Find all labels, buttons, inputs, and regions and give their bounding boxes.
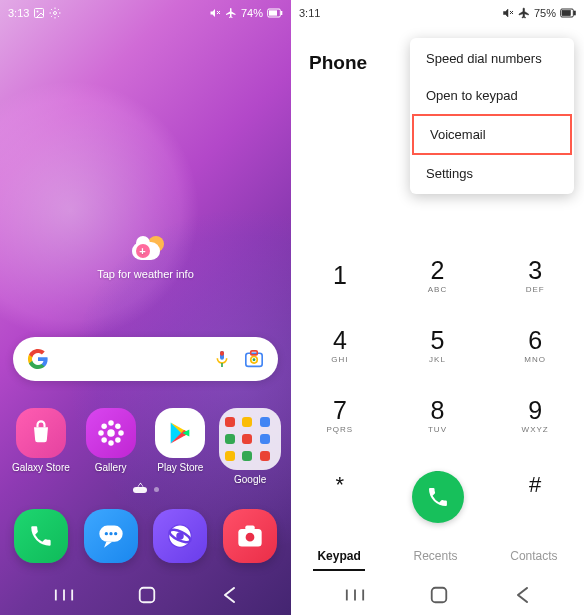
- lens-icon[interactable]: [244, 350, 264, 368]
- menu-voicemail[interactable]: Voicemail: [412, 114, 572, 155]
- key-8[interactable]: 8TUV: [389, 390, 487, 442]
- home-button[interactable]: [137, 585, 157, 605]
- svg-point-27: [114, 532, 117, 535]
- key-9[interactable]: 9WXYZ: [486, 390, 584, 442]
- svg-point-19: [118, 430, 124, 436]
- navigation-bar: [291, 575, 584, 615]
- call-button[interactable]: [412, 471, 464, 523]
- app-label: Galaxy Store: [12, 462, 70, 473]
- back-button[interactable]: [221, 586, 237, 604]
- bottom-tabs: Keypad Recents Contacts: [291, 543, 584, 571]
- key-2[interactable]: 2ABC: [389, 250, 487, 302]
- svg-rect-33: [245, 526, 254, 532]
- home-dot: [133, 487, 147, 493]
- svg-rect-0: [35, 9, 44, 18]
- phone-app: 3:11 75% Phone Speed dial numbers Open t…: [291, 0, 584, 615]
- svg-point-31: [177, 532, 185, 540]
- recents-button[interactable]: [54, 587, 74, 603]
- dock-camera[interactable]: [218, 509, 282, 567]
- weather-icon: +: [128, 236, 164, 264]
- app-label: Play Store: [157, 462, 203, 473]
- back-button[interactable]: [514, 586, 530, 604]
- svg-rect-7: [281, 11, 282, 15]
- svg-point-15: [107, 429, 115, 437]
- app-google-folder[interactable]: Google: [218, 408, 282, 485]
- home-button[interactable]: [429, 585, 449, 605]
- google-search-bar[interactable]: [13, 337, 278, 381]
- tab-contacts[interactable]: Contacts: [506, 543, 561, 571]
- key-7[interactable]: 7PQRS: [291, 390, 389, 442]
- app-play-store[interactable]: Play Store: [148, 408, 212, 485]
- key-5[interactable]: 5JKL: [389, 320, 487, 372]
- navigation-bar: [0, 575, 291, 615]
- mute-icon: [209, 7, 221, 19]
- key-3[interactable]: 3DEF: [486, 250, 584, 302]
- battery-icon: [560, 8, 576, 18]
- tab-recents[interactable]: Recents: [409, 543, 461, 571]
- page-title: Phone: [309, 52, 367, 74]
- key-star[interactable]: *: [291, 460, 389, 512]
- recents-button[interactable]: [345, 587, 365, 603]
- weather-label: Tap for weather info: [97, 268, 194, 280]
- phone-icon: [426, 485, 450, 509]
- svg-point-16: [108, 420, 114, 426]
- svg-rect-48: [432, 588, 447, 603]
- tab-keypad[interactable]: Keypad: [313, 543, 364, 571]
- svg-rect-39: [140, 588, 155, 603]
- svg-point-14: [253, 358, 256, 361]
- status-time: 3:11: [299, 7, 320, 19]
- home-screen: 3:13 74% + Tap for weather info Galaxy S…: [0, 0, 291, 615]
- key-1[interactable]: 1: [291, 250, 389, 302]
- app-galaxy-store[interactable]: Galaxy Store: [9, 408, 73, 485]
- menu-open-keypad[interactable]: Open to keypad: [410, 77, 574, 114]
- google-logo-icon: [27, 348, 49, 370]
- menu-speed-dial[interactable]: Speed dial numbers: [410, 40, 574, 77]
- app-gallery[interactable]: Gallery: [79, 408, 143, 485]
- key-6[interactable]: 6MNO: [486, 320, 584, 372]
- app-label: Gallery: [95, 462, 127, 473]
- mute-icon: [502, 7, 514, 19]
- svg-rect-6: [269, 10, 277, 15]
- svg-point-20: [101, 423, 107, 429]
- gear-icon: [49, 7, 61, 19]
- svg-point-25: [104, 532, 107, 535]
- svg-point-18: [98, 430, 104, 436]
- dock: [0, 509, 291, 567]
- svg-point-21: [115, 423, 121, 429]
- svg-rect-9: [220, 351, 224, 356]
- app-label: Google: [234, 474, 266, 485]
- weather-widget[interactable]: + Tap for weather info: [0, 236, 291, 280]
- svg-point-2: [54, 12, 57, 15]
- app-row: Galaxy Store Gallery Play Store Google: [0, 408, 291, 485]
- svg-rect-44: [574, 11, 575, 15]
- svg-point-17: [108, 440, 114, 446]
- svg-point-23: [115, 437, 121, 443]
- svg-point-26: [109, 532, 112, 535]
- airplane-icon: [518, 7, 530, 19]
- page-dot: [154, 487, 159, 492]
- status-bar: 3:11 75%: [291, 0, 584, 24]
- svg-rect-43: [562, 10, 570, 15]
- battery-text: 74%: [241, 7, 263, 19]
- overflow-menu: Speed dial numbers Open to keypad Voicem…: [410, 38, 574, 194]
- page-indicator[interactable]: [0, 487, 291, 493]
- dock-internet[interactable]: [148, 509, 212, 567]
- svg-point-22: [101, 437, 107, 443]
- battery-text: 75%: [534, 7, 556, 19]
- key-hash[interactable]: #: [486, 460, 584, 512]
- svg-point-1: [37, 11, 39, 13]
- airplane-icon: [225, 7, 237, 19]
- dock-messages[interactable]: [79, 509, 143, 567]
- image-icon: [33, 7, 45, 19]
- key-4[interactable]: 4GHI: [291, 320, 389, 372]
- status-time: 3:13: [8, 7, 29, 19]
- menu-settings[interactable]: Settings: [410, 155, 574, 192]
- battery-icon: [267, 8, 283, 18]
- dock-phone[interactable]: [9, 509, 73, 567]
- status-bar: 3:13 74%: [0, 0, 291, 24]
- mic-icon[interactable]: [214, 349, 230, 369]
